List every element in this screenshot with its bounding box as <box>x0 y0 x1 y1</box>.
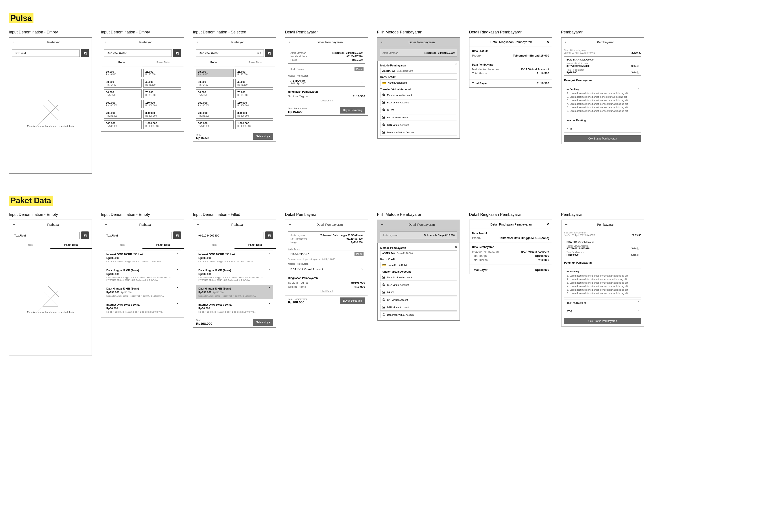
tab-pulsa[interactable]: Pulsa <box>193 59 234 66</box>
denom-cell[interactable]: 30.000Rp 31.500 <box>196 79 234 88</box>
paket-card[interactable]: Internet OMG 50RB / 30 hari˅Rp50.0003.5 … <box>196 301 273 315</box>
denom-cell[interactable]: 30.000Rp 31.500 <box>104 79 141 88</box>
back-icon[interactable]: ← <box>380 40 384 44</box>
back-icon[interactable]: ← <box>288 222 292 227</box>
denom-cell[interactable]: 100.000Rp 100.000 <box>196 100 234 108</box>
denom-cell[interactable]: 50.000Rp 51.500 <box>196 89 234 98</box>
denom-cell[interactable]: 500.000Rp 500.000 <box>196 120 234 129</box>
denom-cell[interactable]: 25.000Rp 26.500 <box>235 69 273 77</box>
paket-card[interactable]: Data Hingga 50 GB (Zona)˅Rp198.000Rp290.… <box>104 285 181 299</box>
pm-row[interactable]: 🏛Mandiri Virtual Account <box>380 92 457 98</box>
tab-data[interactable]: Paket Data <box>50 241 92 249</box>
bayar-button[interactable]: Bayar Sekarang <box>340 297 365 304</box>
denom-cell[interactable]: 150.000Rp 150.000 <box>143 100 181 108</box>
denom-cell[interactable]: 100.000Rp 100.000 <box>104 100 141 108</box>
back-icon[interactable]: ← <box>196 222 200 227</box>
promo-input[interactable]: Pakai <box>288 251 365 257</box>
tab-data[interactable]: Paket Data <box>142 59 184 66</box>
denom-cell[interactable]: 300.000Rp 300.000 <box>235 110 273 119</box>
pm-row[interactable]: 🏛BTN Virtual Account <box>380 304 457 311</box>
paket-card[interactable]: Data Hingga 50 GB (Zona)˅Rp198.000Rp290.… <box>196 285 273 299</box>
pm-row[interactable]: 🏛BCA Virtual Account <box>380 282 457 288</box>
tab-data[interactable]: Paket Data <box>142 241 184 249</box>
paket-card[interactable]: Internet OMG 100RB / 30 hari˅Rp100.0005.… <box>196 251 273 265</box>
paket-card[interactable]: Data Hingga 12 GB (Zona)˅Rp102.000Kuota … <box>196 267 273 283</box>
bayar-button[interactable]: Bayar Sekarang <box>340 107 365 114</box>
close-icon[interactable]: ✕ <box>546 40 549 44</box>
back-icon[interactable]: ← <box>12 222 16 227</box>
denom-cell[interactable]: 15.000Rp 16.500 <box>196 69 234 77</box>
tab-pulsa[interactable]: Pulsa <box>101 59 142 66</box>
accordion-mbanking[interactable]: m-Banking˄ Lorem ipsum dolor sit amet, c… <box>564 86 641 115</box>
phone-input[interactable]: TextField <box>104 232 172 239</box>
denom-cell[interactable]: 40.000Rp 41.500 <box>235 79 273 88</box>
denom-cell[interactable]: 50.000Rp 51.500 <box>104 89 141 98</box>
method-card[interactable]: ASTRAPAYSaldo Rp10.000 › <box>288 77 365 87</box>
denom-cell[interactable]: 500.000Rp 500.000 <box>104 120 141 129</box>
next-button[interactable]: Selanjutnya <box>253 133 273 140</box>
promo-input[interactable]: Pakai <box>288 66 365 72</box>
pakai-button[interactable]: Pakai <box>354 252 364 256</box>
pm-row[interactable]: 🏛BNI Virtual Account <box>380 296 457 303</box>
copy-button[interactable]: Salin ⎘ <box>631 247 639 250</box>
clear-icon[interactable]: ✕ ⟳ <box>257 52 261 54</box>
accordion-atm[interactable]: ATM˅ <box>564 126 641 133</box>
phone-input[interactable]: +621234567890✕ ⟳ <box>196 49 264 57</box>
close-icon[interactable]: ✕ <box>546 222 549 226</box>
paket-card[interactable]: Data Hingga 12 GB (Zona)˄Rp102.000Kuota … <box>104 267 181 283</box>
accordion-ibank[interactable]: Internet Banking˅ <box>564 299 641 306</box>
pm-row[interactable]: 🏛BRIVA <box>380 107 457 113</box>
denom-cell[interactable]: 40.000Rp 41.500 <box>143 79 181 88</box>
cek-status-button[interactable]: Cek Status Pembayaran <box>564 135 641 142</box>
copy-button[interactable]: Salin ⎘ <box>631 253 639 256</box>
phone-input[interactable]: TextField <box>12 232 80 239</box>
pm-row[interactable]: 🏛BNI Virtual Account <box>380 114 457 121</box>
contact-icon[interactable]: ◩ <box>81 49 89 57</box>
contact-icon[interactable]: ◩ <box>173 49 181 57</box>
paket-card[interactable]: Internet OMG 50RB / 30 hari˅Rp50.0003.5 … <box>104 301 181 315</box>
back-icon[interactable]: ← <box>564 222 568 227</box>
accordion-atm[interactable]: ATM˅ <box>564 308 641 315</box>
close-icon[interactable]: ✕ <box>455 63 457 66</box>
next-button[interactable]: Selanjutnya <box>253 319 273 326</box>
tab-data[interactable]: Paket Data <box>234 241 276 249</box>
denom-cell[interactable]: 1.000.000Rp 1.000.000 <box>235 120 273 129</box>
lihat-detail-link[interactable]: Lihat Detail <box>288 98 365 103</box>
pm-kartu[interactable]: 💳Kartu Kredit/Debit <box>380 79 457 86</box>
denom-cell[interactable]: 25.000Rp 26.500 <box>143 69 181 77</box>
pm-row[interactable]: 🏛Danamon Virtual Account <box>380 312 457 318</box>
pm-row[interactable]: 🏛Mandiri Virtual Account <box>380 274 457 281</box>
contact-icon[interactable]: ◩ <box>265 49 273 57</box>
accordion-mbanking[interactable]: m-Banking˄ Lorem ipsum dolor sit amet, c… <box>564 268 641 297</box>
denom-cell[interactable]: 150.000Rp 150.000 <box>235 100 273 108</box>
denom-cell[interactable]: 200.000Rp 235.000 <box>196 110 234 119</box>
pm-row[interactable]: 🏛BRIVA <box>380 289 457 296</box>
phone-input[interactable]: +621234567890 <box>196 232 264 239</box>
pm-row[interactable]: 🏛BCA Virtual Account <box>380 99 457 106</box>
denom-cell[interactable]: 200.000Rp 235.000 <box>104 110 141 119</box>
denom-cell[interactable]: 1.000.000Rp 1.000.000 <box>143 120 181 129</box>
accordion-ibank[interactable]: Internet Banking˅ <box>564 117 641 124</box>
phone-input[interactable]: TextField <box>12 49 80 57</box>
pakai-button[interactable]: Pakai <box>354 67 364 71</box>
contact-icon[interactable]: ◩ <box>265 232 273 239</box>
lihat-detail-link[interactable]: Lihat Detail <box>288 289 365 293</box>
denom-cell[interactable]: 300.000Rp 300.000 <box>143 110 181 119</box>
pm-kartu[interactable]: 💳Kartu Kredit/Debit <box>380 262 457 268</box>
contact-icon[interactable]: ◩ <box>173 232 181 239</box>
tab-pulsa[interactable]: Pulsa <box>101 241 142 249</box>
tab-pulsa[interactable]: Pulsa <box>193 241 234 249</box>
pm-row[interactable]: 🏛BTN Virtual Account <box>380 122 457 128</box>
contact-icon[interactable]: ◩ <box>81 232 89 239</box>
denom-cell[interactable]: 75.000Rp 76.500 <box>143 89 181 98</box>
pm-row[interactable]: 🏛Danamon Virtual Account <box>380 129 457 136</box>
phone-input[interactable]: +621234567890 <box>104 49 172 57</box>
tab-data[interactable]: Paket Data <box>234 59 276 66</box>
paket-card[interactable]: Internet OMG 100RB / 30 hari˅Rp100.0005.… <box>104 251 181 265</box>
denom-cell[interactable]: 15.000Rp 16.500 <box>104 69 141 77</box>
back-icon[interactable]: ← <box>12 40 16 44</box>
back-icon[interactable]: ← <box>288 40 292 44</box>
back-icon[interactable]: ← <box>380 222 384 227</box>
back-icon[interactable]: ← <box>196 40 200 44</box>
copy-button[interactable]: Salin ⎘ <box>631 65 639 67</box>
